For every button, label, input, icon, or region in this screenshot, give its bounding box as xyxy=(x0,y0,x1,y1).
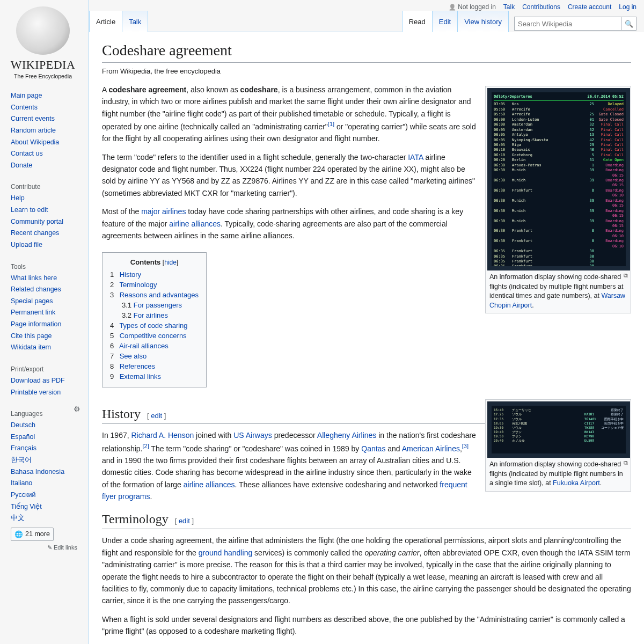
tab-article[interactable]: Article xyxy=(89,11,122,32)
nav-item-upload-file[interactable]: Upload file xyxy=(11,241,42,248)
tabs-row: Article Talk Read Edit View history 🔍 xyxy=(89,11,644,32)
nav-item-русский[interactable]: Русский xyxy=(11,491,35,499)
link-fukuoka[interactable]: Fukuoka Airport xyxy=(553,479,600,487)
nav-item-contact-us[interactable]: Contact us xyxy=(11,150,43,157)
nav-languages: ⚙ Languages DeutschEspañolFrançais한국어Bah… xyxy=(0,405,86,555)
nav-item-learn-to-edit[interactable]: Learn to edit xyxy=(11,206,48,214)
ref-1[interactable]: [1] xyxy=(328,121,334,127)
site-sub: From Wikipedia, the free encyclopedia xyxy=(102,67,631,75)
top-login[interactable]: Log in xyxy=(619,3,636,11)
page-title: Codeshare agreement xyxy=(102,42,631,63)
logo-text: WIKIPEDIA xyxy=(5,58,80,72)
nav-item-tiếng-việt[interactable]: Tiếng Việt xyxy=(11,503,42,510)
nav-tools: ToolsWhat links hereRelated changesSpeci… xyxy=(0,258,86,358)
nav-item-deutsch[interactable]: Deutsch xyxy=(11,421,35,429)
tab-history[interactable]: View history xyxy=(458,11,509,32)
top-talk[interactable]: Talk xyxy=(503,3,515,11)
nav-item-permanent-link[interactable]: Permanent link xyxy=(11,309,55,316)
infobox-image-1: Odloty/Departures26.07.2014 05:5203:05Ko… xyxy=(485,86,631,313)
magnify-icon[interactable]: ⧉ xyxy=(624,272,628,280)
translate-icon: 🌐 xyxy=(14,530,23,538)
nav-item-cite-this-page[interactable]: Cite this page xyxy=(11,332,52,340)
edit-terminology[interactable]: edit xyxy=(179,517,190,525)
tab-talk[interactable]: Talk xyxy=(122,11,148,32)
nav-item-about-wikipedia[interactable]: About Wikipedia xyxy=(11,138,59,146)
nav-item-community-portal[interactable]: Community portal xyxy=(11,218,63,225)
nav-item-contents[interactable]: Contents xyxy=(11,104,38,111)
nav-item-printable-version[interactable]: Printable version xyxy=(11,389,61,396)
link-iata[interactable]: IATA xyxy=(408,153,423,162)
search-form: 🔍 xyxy=(514,16,636,31)
nav-item-main-page[interactable]: Main page xyxy=(11,92,42,99)
nav-item-download-as-pdf[interactable]: Download as PDF xyxy=(11,377,65,384)
edit-history[interactable]: edit xyxy=(151,412,162,420)
table-of-contents: Contents [hide] 1 History2 Terminology3 … xyxy=(102,252,207,387)
nav-item-page-information[interactable]: Page information xyxy=(11,320,62,328)
nav-item-recent-changes[interactable]: Recent changes xyxy=(11,229,59,237)
heading-terminology: Terminology[ edit ] xyxy=(102,512,631,529)
language-more-button[interactable]: 🌐21 more xyxy=(11,528,54,541)
nav-item-current-events[interactable]: Current events xyxy=(11,115,55,122)
nav-item-related-changes[interactable]: Related changes xyxy=(11,286,61,293)
nav-item-donate[interactable]: Donate xyxy=(11,162,32,169)
toc-hide[interactable]: hide xyxy=(164,259,177,266)
terminology-p2: When a flight is sold under several desi… xyxy=(102,613,631,638)
magnify-icon[interactable]: ⧉ xyxy=(624,459,628,467)
sidebar: WIKIPEDIA The Free Encyclopedia Main pag… xyxy=(0,0,86,558)
nav-item-italiano[interactable]: Italiano xyxy=(11,479,32,487)
edit-links[interactable]: ✎ Edit links xyxy=(11,544,82,551)
personal-tools: Not logged in Talk Contributions Create … xyxy=(89,0,644,11)
nav-item-中文[interactable]: 中文 xyxy=(11,514,25,522)
top-contributions[interactable]: Contributions xyxy=(522,3,560,11)
terminology-p1: Under a code sharing agreement, the airl… xyxy=(102,535,631,606)
nav-item-한국어[interactable]: 한국어 xyxy=(11,456,32,464)
nav-item-français[interactable]: Français xyxy=(11,444,36,452)
nav-contribute: ContributeHelpLearn to editCommunity por… xyxy=(0,178,86,255)
nav-print: Print/exportDownload as PDFPrintable ver… xyxy=(0,360,86,402)
nav-item-what-links-here[interactable]: What links here xyxy=(11,274,57,282)
nav-item-help[interactable]: Help xyxy=(11,194,25,202)
tab-edit[interactable]: Edit xyxy=(433,11,458,32)
nav-item-special-pages[interactable]: Special pages xyxy=(11,297,53,305)
search-input[interactable] xyxy=(514,17,621,31)
wikipedia-globe-icon xyxy=(16,6,70,55)
gear-icon[interactable]: ⚙ xyxy=(74,405,80,413)
nav-item-random-article[interactable]: Random article xyxy=(11,127,56,134)
search-button[interactable]: 🔍 xyxy=(621,17,636,31)
search-icon: 🔍 xyxy=(625,20,633,28)
link-airline-alliances[interactable]: airline alliances xyxy=(169,219,221,228)
logo[interactable]: WIKIPEDIA The Free Encyclopedia xyxy=(0,6,86,90)
tab-read[interactable]: Read xyxy=(402,11,433,32)
logo-tagline: The Free Encyclopedia xyxy=(5,73,80,79)
infobox-image-2: 16:40チューリッヒ搭乗終了 17:25ソウルKA381搭乗終了 17:35ソ… xyxy=(485,399,631,492)
nav-item-bahasa-indonesia[interactable]: Bahasa Indonesia xyxy=(11,468,64,475)
nav-item-wikidata-item[interactable]: Wikidata item xyxy=(11,343,51,351)
not-logged-in: Not logged in xyxy=(449,3,496,11)
link-major-airlines[interactable]: major airlines xyxy=(141,207,186,216)
nav-main: Main pageContentsCurrent eventsRandom ar… xyxy=(0,90,86,175)
nav-item-español[interactable]: Español xyxy=(11,433,35,441)
top-create-account[interactable]: Create account xyxy=(568,3,611,11)
